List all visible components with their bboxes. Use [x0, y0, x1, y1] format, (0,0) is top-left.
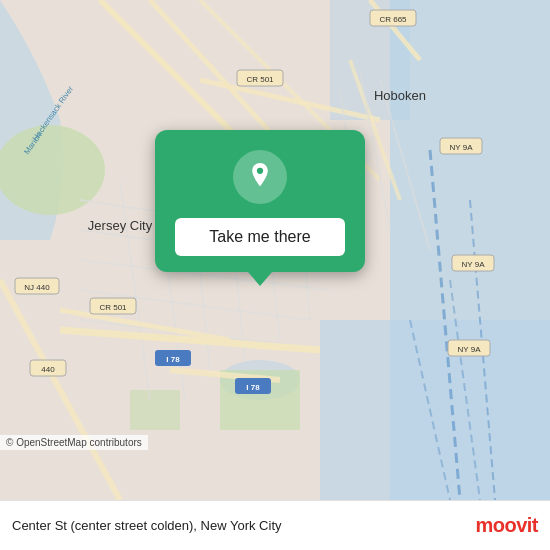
moovit-logo: moovit — [475, 514, 538, 537]
svg-text:440: 440 — [41, 365, 55, 374]
location-pin-icon — [246, 163, 274, 191]
map-attribution: © OpenStreetMap contributors — [0, 435, 148, 450]
svg-text:NY 9A: NY 9A — [462, 260, 486, 269]
svg-text:I 78: I 78 — [246, 383, 260, 392]
map-area: CR 665 CR 501 CR 501 I 78 I 78 NJ 440 44… — [0, 0, 550, 500]
svg-text:I 78: I 78 — [166, 355, 180, 364]
popup-pointer — [248, 272, 272, 286]
location-info: Center St (center street colden), New Yo… — [12, 518, 465, 533]
moovit-brand-text: moovit — [475, 514, 538, 537]
svg-rect-6 — [130, 390, 180, 430]
svg-point-59 — [257, 168, 263, 174]
location-popup: Take me there — [155, 130, 365, 286]
svg-text:NY 9A: NY 9A — [458, 345, 482, 354]
svg-text:NY 9A: NY 9A — [450, 143, 474, 152]
svg-text:NJ 440: NJ 440 — [24, 283, 50, 292]
location-icon-circle — [233, 150, 287, 204]
green-card: Take me there — [155, 130, 365, 272]
svg-marker-2 — [320, 320, 550, 500]
svg-text:CR 501: CR 501 — [99, 303, 127, 312]
svg-line-21 — [120, 180, 150, 400]
take-me-there-button[interactable]: Take me there — [175, 218, 345, 256]
svg-text:Jersey City: Jersey City — [88, 218, 153, 233]
bottom-bar: Center St (center street colden), New Yo… — [0, 500, 550, 550]
svg-text:CR 501: CR 501 — [246, 75, 274, 84]
svg-text:Hoboken: Hoboken — [374, 88, 426, 103]
svg-text:CR 665: CR 665 — [379, 15, 407, 24]
